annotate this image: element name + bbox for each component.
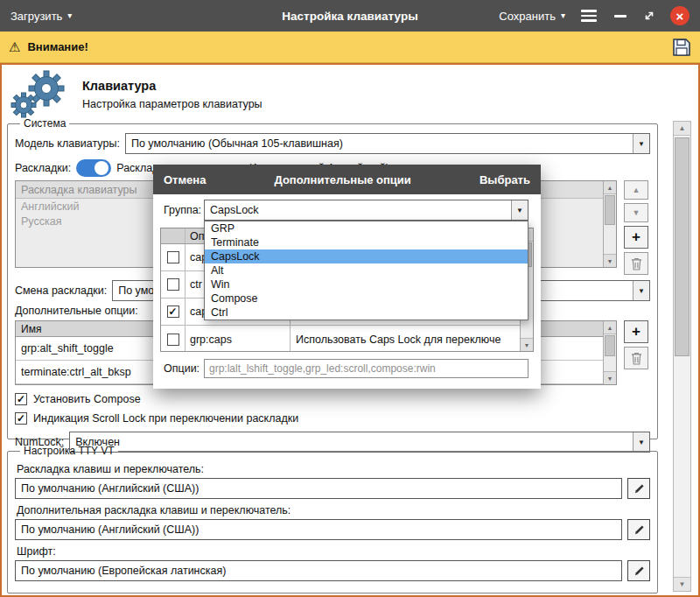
compose-checkbox[interactable]: ✓ bbox=[15, 393, 27, 405]
floppy-icon bbox=[672, 38, 691, 57]
scroll-up-button[interactable]: ▲ bbox=[604, 181, 616, 194]
minimize-button[interactable] bbox=[612, 11, 628, 21]
warning-text: Внимание! bbox=[27, 40, 88, 53]
menu-button[interactable] bbox=[579, 8, 598, 24]
dropdown-item[interactable]: GRP bbox=[205, 221, 528, 235]
pencil-icon bbox=[634, 483, 645, 495]
scrollbar-thumb[interactable] bbox=[605, 335, 615, 356]
delete-layout-button[interactable] bbox=[624, 252, 648, 275]
gears-icon bbox=[10, 70, 68, 119]
scrolllock-checkbox-row: ✓ Индикация Scroll Lock при переключении… bbox=[15, 410, 650, 427]
caret-down-icon: ▾ bbox=[561, 11, 565, 20]
scroll-up-icon: ▲ bbox=[679, 124, 686, 132]
dropdown-item[interactable]: Terminate bbox=[205, 235, 528, 249]
keyboard-model-label: Модель клавиатуры: bbox=[15, 137, 120, 150]
warning-icon: ⚠ bbox=[9, 40, 20, 53]
dropdown-arrow-icon[interactable]: ▼ bbox=[511, 200, 528, 220]
add-layout-button[interactable]: + bbox=[624, 226, 648, 249]
close-icon: × bbox=[676, 10, 684, 23]
keyboard-model-select[interactable]: По умолчанию (Обычная 105-клавишная) ▼ bbox=[125, 133, 650, 154]
main-scrollbar[interactable]: ▲ ▼ bbox=[673, 121, 691, 592]
tty-edit-button[interactable] bbox=[627, 560, 650, 581]
minimize-icon bbox=[614, 15, 626, 18]
tty-field-label: Шрифт: bbox=[17, 545, 650, 558]
plus-icon: + bbox=[632, 228, 640, 246]
caret-down-icon: ▾ bbox=[67, 11, 72, 20]
option-checkbox[interactable]: ✓ bbox=[167, 306, 179, 318]
dropdown-arrow-icon[interactable]: ▼ bbox=[633, 281, 649, 300]
dropdown-item[interactable]: Alt bbox=[205, 263, 528, 277]
layouts-toggle[interactable] bbox=[76, 159, 111, 177]
dialog-options-input[interactable] bbox=[204, 359, 528, 378]
scrollbar-thumb[interactable] bbox=[675, 137, 690, 356]
load-menu-button[interactable]: Загрузить ▾ bbox=[10, 10, 72, 23]
option-checkbox[interactable] bbox=[167, 278, 179, 291]
scrollbar-up-button[interactable]: ▲ bbox=[674, 122, 690, 136]
scrolllock-checkbox[interactable]: ✓ bbox=[15, 412, 27, 425]
table-scrollbar[interactable]: ▲ ▼ bbox=[603, 321, 616, 384]
check-icon: ✓ bbox=[17, 394, 25, 404]
tty-legend: Настройка TTY VT bbox=[20, 445, 118, 457]
scroll-down-button[interactable]: ▼ bbox=[604, 371, 616, 384]
check-icon: ✓ bbox=[168, 306, 177, 317]
layouts-label: Раскладки: bbox=[15, 162, 71, 174]
expand-button[interactable] bbox=[642, 9, 656, 23]
scrollbar-thumb[interactable] bbox=[605, 195, 615, 225]
dropdown-item-selected[interactable]: CapsLock bbox=[205, 249, 528, 263]
tty-field-input[interactable] bbox=[15, 519, 622, 540]
arrow-up-icon: ▲ bbox=[633, 186, 640, 194]
scroll-down-icon: ▼ bbox=[607, 376, 613, 382]
plus-icon: + bbox=[632, 323, 640, 341]
check-icon: ✓ bbox=[17, 413, 25, 424]
scroll-down-button[interactable]: ▼ bbox=[604, 254, 616, 267]
list-scrollbar[interactable]: ▲ ▼ bbox=[603, 181, 616, 267]
option-name: grp:caps bbox=[186, 326, 290, 352]
scrolllock-checkbox-label: Индикация Scroll Lock при переключении р… bbox=[33, 412, 298, 425]
group-select[interactable]: CapsLock ▼ bbox=[204, 200, 528, 221]
dropdown-item[interactable]: Compose bbox=[205, 291, 528, 306]
compose-checkbox-label: Установить Compose bbox=[33, 393, 141, 405]
save-file-button[interactable] bbox=[672, 38, 691, 57]
dialog-options-label: Опции: bbox=[164, 362, 200, 375]
dropdown-item[interactable]: Ctrl bbox=[205, 306, 528, 320]
scroll-down-icon: ▼ bbox=[607, 258, 613, 264]
option-checkbox[interactable] bbox=[167, 251, 179, 263]
delete-option-button[interactable] bbox=[624, 347, 648, 369]
options-dialog: Отмена Дополнительные опции Выбрать Груп… bbox=[153, 165, 541, 389]
group-label: Группа: bbox=[164, 204, 201, 216]
tty-edit-button[interactable] bbox=[627, 519, 650, 540]
compose-checkbox-row: ✓ Установить Compose bbox=[15, 390, 650, 408]
scroll-up-button[interactable]: ▲ bbox=[604, 321, 616, 334]
save-menu-button[interactable]: Сохранить ▾ bbox=[499, 10, 565, 23]
cancel-button[interactable]: Отмена bbox=[164, 173, 206, 186]
save-menu-label: Сохранить bbox=[499, 10, 556, 23]
toggle-knob bbox=[94, 161, 108, 175]
scrollbar-down-button[interactable]: ▼ bbox=[674, 577, 690, 591]
pencil-icon bbox=[634, 524, 645, 536]
dropdown-item[interactable]: Win bbox=[205, 277, 528, 291]
tty-fieldset: Настройка TTY VT Раскладка клавиш и пере… bbox=[7, 445, 658, 593]
close-button[interactable]: × bbox=[670, 6, 690, 25]
page-subtitle: Настройка параметров клавиатуры bbox=[82, 98, 262, 110]
add-option-button[interactable]: + bbox=[624, 320, 648, 343]
tty-field-input[interactable] bbox=[15, 478, 622, 499]
select-button[interactable]: Выбрать bbox=[480, 173, 530, 186]
tty-field-input[interactable] bbox=[15, 560, 622, 581]
dialog-header: Отмена Дополнительные опции Выбрать bbox=[153, 165, 541, 194]
scroll-down-button[interactable]: ▼ bbox=[521, 338, 533, 351]
page-title: Клавиатура bbox=[82, 79, 262, 93]
move-up-button[interactable]: ▲ bbox=[624, 180, 648, 200]
load-menu-label: Загрузить bbox=[10, 10, 62, 23]
popup-table-row[interactable]: grp:caps Использовать Caps Lock для пере… bbox=[161, 326, 520, 352]
scroll-down-icon: ▼ bbox=[679, 580, 686, 588]
move-down-button[interactable]: ▼ bbox=[624, 203, 648, 222]
keyboard-settings-window: Настройка клавиатуры Загрузить ▾ Сохрани… bbox=[0, 0, 700, 597]
option-checkbox[interactable] bbox=[167, 334, 179, 346]
dropdown-arrow-icon[interactable]: ▼ bbox=[633, 134, 649, 153]
dialog-title: Дополнительные опции bbox=[275, 173, 411, 186]
tty-edit-button[interactable] bbox=[627, 478, 650, 499]
group-value: CapsLock bbox=[210, 204, 259, 216]
group-dropdown-list: GRP Terminate CapsLock Alt Win Compose C… bbox=[204, 221, 528, 320]
scroll-down-icon: ▼ bbox=[524, 342, 530, 348]
hamburger-icon bbox=[581, 10, 597, 12]
